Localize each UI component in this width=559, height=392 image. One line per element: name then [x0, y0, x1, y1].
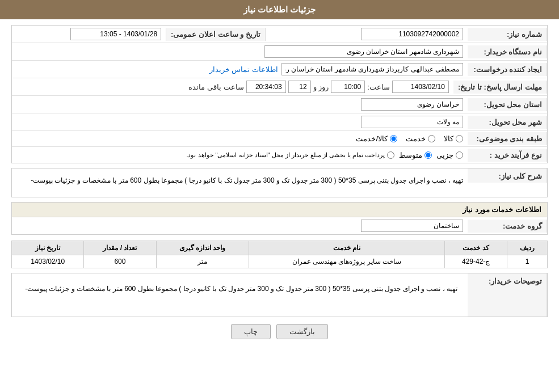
- row-shahr: شهر محل تحویل:: [12, 113, 547, 131]
- darkhast-value-cell: [12, 43, 468, 60]
- tabaqe-value-cell: کالا خدمت کالا/خدمت: [12, 132, 468, 145]
- col-kod: کد خدمت: [445, 241, 507, 255]
- tabaqe-khadamat-item: خدمت: [406, 134, 435, 143]
- nooe-value-cell: جزیی متوسط پرداخت تمام یا بخشی از مبلغ خ…: [12, 149, 468, 162]
- mohlat-time-input[interactable]: [331, 81, 365, 93]
- niyaz-label: شماره نیاز:: [468, 28, 547, 41]
- tabaqe-kala-item: کالا: [444, 134, 463, 143]
- ostan-input[interactable]: [361, 98, 463, 111]
- tabaqe-kala-khadamat-item: کالا/خدمت: [356, 134, 397, 143]
- cell-kod: ج-42-429: [445, 255, 507, 268]
- col-name: نام خدمت: [249, 241, 445, 255]
- ijad-input[interactable]: [281, 63, 463, 75]
- khadamat-title: اطلاعات خدمات مورد نیاز: [11, 202, 548, 217]
- cell-vahed: متر: [156, 255, 249, 268]
- cell-tedad: 600: [84, 255, 156, 268]
- mohlat-remaining-label: ساعت باقی مانده: [188, 83, 243, 91]
- goroh-section: گروه خدمت:: [11, 217, 548, 235]
- services-table: ردیف کد خدمت نام خدمت واحد اندازه گیری ت…: [11, 241, 548, 268]
- row-tabaqe: طبقه بندی موضوعی: کالا خدمت: [12, 131, 547, 147]
- nooe-option3-item: پرداخت تمام یا بخشی از مبلغ خریدار از مح…: [186, 151, 394, 159]
- niyaz-value-cell: [266, 26, 468, 43]
- print-button[interactable]: چاپ: [231, 324, 271, 339]
- mohlat-days-input[interactable]: [288, 81, 311, 93]
- shahr-input[interactable]: [361, 116, 463, 128]
- shahr-value-cell: [12, 113, 468, 130]
- goroh-label: گروه خدمت:: [468, 220, 547, 233]
- row-ijad: ایجاد کننده درخواست: اطلاعات تماس خریدار: [12, 61, 547, 78]
- darkhast-input[interactable]: [264, 45, 463, 58]
- tarikh-value-cell: [12, 26, 166, 43]
- main-info-section: شماره نیاز: تاریخ و ساعت اعلان عمومی: نا…: [11, 25, 548, 163]
- mohlat-time-label: ساعت:: [367, 83, 390, 91]
- ostan-value-cell: [12, 96, 468, 113]
- tabaqe-khadamat-label: خدمت: [406, 134, 426, 143]
- tabaqe-khadamat-radio[interactable]: [428, 135, 435, 142]
- ijad-label: ایجاد کننده درخواست:: [468, 63, 547, 76]
- page-header: جزئیات اطلاعات نیاز: [0, 0, 559, 19]
- cell-radif: 1: [507, 255, 547, 268]
- mohlat-date-input[interactable]: [392, 81, 449, 93]
- nooe-label: نوع فرآیند خرید :: [468, 149, 547, 162]
- mohlat-label: مهلت ارسال پاسخ: تا تاریخ:: [453, 81, 547, 94]
- darkhast-label: نام دستگاه خریدار:: [468, 45, 547, 58]
- tabaqe-radio-group: کالا خدمت کالا/خدمت: [356, 134, 463, 143]
- goroh-input[interactable]: [361, 220, 463, 232]
- mohlat-day-label: روز و: [313, 83, 329, 91]
- col-radif: ردیف: [507, 241, 547, 255]
- ijad-value-cell: اطلاعات تماس خریدار: [12, 61, 468, 78]
- sharh-value-cell: تهیه ، نصب و اجرای جدول بتنی پرسی 35*50 …: [12, 168, 468, 193]
- data-table-section: ردیف کد خدمت نام خدمت واحد اندازه گیری ت…: [11, 241, 548, 268]
- row-nooe: نوع فرآیند خرید : جزیی متوسط: [12, 147, 547, 163]
- col-tedad: تعداد / مقدار: [84, 241, 156, 255]
- buttons-row: بازگشت چاپ: [11, 324, 548, 345]
- cell-tarikh: 1403/02/10: [12, 255, 84, 268]
- cell-name: ساخت سایر پروژه‌های مهندسی عمران: [249, 255, 445, 268]
- row-mohlat: مهلت ارسال پاسخ: تا تاریخ: ساعت: روز و س…: [12, 78, 547, 96]
- goroh-value-cell: [12, 217, 468, 234]
- row-tosif: توصیحات خریدار: تهیه ، نصب و اجرای جدول …: [12, 273, 547, 317]
- ostan-label: استان محل تحویل:: [468, 98, 547, 111]
- nooe-option3-radio[interactable]: [387, 151, 394, 159]
- row-niyaz-tarikh: شماره نیاز: تاریخ و ساعت اعلان عمومی:: [12, 26, 547, 43]
- tabaqe-kala-radio[interactable]: [456, 135, 463, 142]
- content-area: شماره نیاز: تاریخ و ساعت اعلان عمومی: نا…: [0, 19, 559, 351]
- tosif-label: توصیحات خریدار:: [468, 273, 547, 317]
- back-button[interactable]: بازگشت: [276, 324, 328, 339]
- nooe-option1-label: جزیی: [436, 151, 453, 159]
- nooe-option2-label: متوسط: [399, 151, 422, 159]
- tabaqe-label: طبقه بندی موضوعی:: [468, 132, 547, 145]
- col-tarikh: تاریخ نیاز: [12, 241, 84, 255]
- page-title: جزئیات اطلاعات نیاز: [243, 5, 316, 14]
- sharh-label: شرح کلی نیاز:: [468, 168, 547, 183]
- nooe-option1-item: جزیی: [436, 151, 463, 159]
- row-goroh: گروه خدمت:: [12, 217, 547, 234]
- tosif-value-cell: تهیه ، نصب و اجرای جدول بتنی پرسی 35*50 …: [12, 273, 468, 317]
- nooe-option2-item: متوسط: [399, 151, 432, 159]
- nooe-options: جزیی متوسط پرداخت تمام یا بخشی از مبلغ خ…: [16, 151, 463, 159]
- tosif-section: توصیحات خریدار: تهیه ، نصب و اجرای جدول …: [11, 273, 548, 317]
- row-sharh: شرح کلی نیاز: تهیه ، نصب و اجرای جدول بت…: [12, 168, 547, 197]
- nooe-option3-label: پرداخت تمام یا بخشی از مبلغ خریدار از مح…: [186, 151, 385, 159]
- mohlat-remaining-input[interactable]: [246, 81, 286, 93]
- tabaqe-kala-label: کالا: [444, 134, 453, 143]
- row-ostan: استان محل تحویل:: [12, 96, 547, 113]
- page-container: جزئیات اطلاعات نیاز شماره نیاز: تاریخ و …: [0, 0, 559, 392]
- table-row: 1 ج-42-429 ساخت سایر پروژه‌های مهندسی عم…: [12, 255, 548, 268]
- sharh-text: تهیه ، نصب و اجرای جدول بتنی پرسی 35*50 …: [16, 173, 463, 188]
- nooe-option1-radio[interactable]: [456, 151, 463, 159]
- tosif-text: تهیه ، نصب و اجرای جدول بتنی پرسی 35*50 …: [16, 280, 463, 314]
- row-darkhast: نام دستگاه خریدار:: [12, 43, 547, 61]
- tarikh-input[interactable]: [70, 28, 161, 40]
- ijad-link[interactable]: اطلاعات تماس خریدار: [209, 65, 278, 74]
- tabaqe-kala-khadamat-label: کالا/خدمت: [356, 134, 388, 143]
- tarikh-label: تاریخ و ساعت اعلان عمومی:: [166, 28, 266, 41]
- nooe-option2-radio[interactable]: [424, 151, 432, 159]
- shahr-label: شهر محل تحویل:: [468, 116, 547, 129]
- niyaz-input[interactable]: [361, 28, 463, 40]
- tabaqe-kala-khadamat-radio[interactable]: [390, 135, 397, 142]
- sharh-section: شرح کلی نیاز: تهیه ، نصب و اجرای جدول بت…: [11, 168, 548, 197]
- mohlat-value-cell: ساعت: روز و ساعت باقی مانده: [12, 78, 453, 95]
- col-vahed: واحد اندازه گیری: [156, 241, 249, 255]
